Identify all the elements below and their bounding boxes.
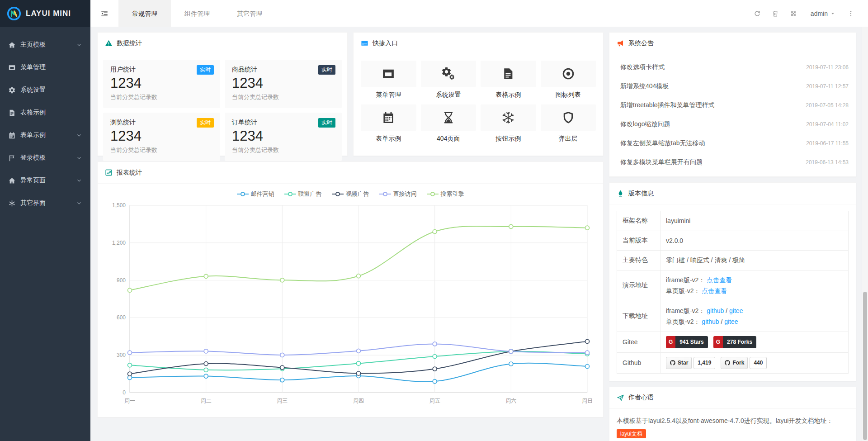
quick-entry-item[interactable]: 按钮示例	[481, 104, 536, 143]
version-row-label: Gitee	[617, 332, 660, 352]
sidebar-item[interactable]: 主页模板	[0, 33, 90, 56]
sidebar-item[interactable]: 其它界面	[0, 192, 90, 214]
status-badge: 实时	[197, 118, 214, 128]
calendar-icon	[8, 132, 16, 139]
chart-icon	[105, 169, 113, 176]
legend-item-联盟广告[interactable]: 联盟广告	[284, 190, 322, 198]
link-点击查看[interactable]: 点击查看	[707, 276, 732, 284]
version-row: 框架名称layuimini	[617, 211, 849, 231]
gitee-badge[interactable]: G941 Stars	[666, 336, 708, 348]
quick-entry-item[interactable]: 弹出层	[541, 104, 596, 143]
notice-text: 新增treetable插件和菜单管理样式	[617, 101, 714, 109]
tab-常规管理[interactable]: 常规管理	[118, 0, 171, 27]
octocat-icon	[670, 360, 676, 366]
quick-grid: 菜单管理系统设置表格示例图标列表表单示例404页面按钮示例弹出层	[354, 54, 603, 149]
notice-item: 新增系统404模板2019-07-11 12:57	[617, 77, 849, 96]
sidebar-item[interactable]: 表格示例	[0, 101, 90, 124]
legend-item-视频广告[interactable]: 视频广告	[332, 190, 369, 198]
tab-其它管理[interactable]: 其它管理	[223, 0, 276, 27]
sidebar-item[interactable]: 系统设置	[0, 79, 90, 101]
quick-panel-header: 快捷入口	[354, 33, 603, 54]
legend-item-直接访问[interactable]: 直接访问	[379, 190, 417, 198]
flag-icon	[8, 154, 16, 162]
stat-grid: 用户统计1234当前分类总记录数实时商品统计1234当前分类总记录数实时浏览统计…	[98, 54, 347, 166]
stat-card-caption: 当前分类总记录数	[232, 146, 335, 154]
stat-card: 订单统计1234当前分类总记录数实时	[225, 113, 342, 161]
quick-entry-label: 系统设置	[421, 91, 476, 99]
scrollbar-track[interactable]	[862, 27, 868, 441]
github-star-button[interactable]: Star1,419	[666, 357, 715, 369]
gitee-icon: G	[713, 336, 723, 348]
link-github[interactable]: github	[702, 318, 719, 325]
dot-circle-icon	[541, 61, 596, 87]
quick-panel-title: 快捷入口	[373, 39, 398, 47]
sidebar-item[interactable]: 登录模板	[0, 147, 90, 169]
version-row-value: Star1,419Fork440	[660, 352, 849, 373]
notice-text: 修复多模块菜单栏展开有问题	[617, 158, 703, 166]
stat-card: 浏览统计1234当前分类总记录数实时	[103, 113, 220, 161]
nav-tabs: 常规管理组件管理其它管理	[118, 0, 276, 27]
fullscreen-icon[interactable]	[784, 0, 802, 27]
notice-text: 修复左侧菜单缩放tab无法移动	[617, 139, 705, 147]
link-gitee[interactable]: gitee	[724, 318, 738, 325]
quick-entry-item[interactable]: 系统设置	[421, 61, 476, 99]
snowflake-icon	[481, 104, 536, 131]
sidebar-item[interactable]: 表单示例	[0, 124, 90, 147]
version-link-line: 单页版-v2： github / gitee	[666, 316, 843, 327]
chevron-down-icon	[76, 155, 82, 161]
sidebar-item-label: 系统设置	[20, 86, 82, 94]
quick-entry-item[interactable]: 图标列表	[541, 61, 596, 99]
quick-entry-item[interactable]: 404页面	[421, 104, 476, 143]
github-fork-button[interactable]: Fork440	[721, 357, 767, 369]
quick-entry-label: 按钮示例	[481, 135, 536, 143]
user-menu[interactable]: admin	[802, 0, 842, 27]
notice-panel: 系统公告 修改选项卡样式2019-07-11 23:06新增系统404模板201…	[609, 32, 856, 177]
legend-label: 邮件营销	[251, 190, 274, 198]
card-icon	[361, 39, 368, 47]
quick-entry-item[interactable]: 表单示例	[361, 104, 416, 143]
trash-icon[interactable]	[766, 0, 784, 27]
notice-item: 新增treetable插件和菜单管理样式2019-07-05 14:28	[617, 96, 849, 115]
window-icon	[361, 61, 416, 87]
menu-collapse-button[interactable]	[90, 0, 118, 27]
version-row: 当前版本v2.0.0	[617, 231, 849, 251]
layui-doc-badge[interactable]: layui文档	[617, 429, 646, 438]
quick-entry-item[interactable]: 菜单管理	[361, 61, 416, 99]
quick-entry-label: 图标列表	[541, 91, 596, 99]
gitee-badge[interactable]: G278 Forks	[713, 336, 756, 348]
author-panel-header: 作者心语	[609, 387, 856, 409]
main-area: 常规管理组件管理其它管理 admin 数据统计	[90, 0, 868, 441]
github-button-main: Fork	[721, 357, 748, 369]
stats-panel: 数据统计 用户统计1234当前分类总记录数实时商品统计1234当前分类总记录数实…	[97, 32, 348, 156]
notice-time: 2019-07-04 11:02	[802, 121, 849, 128]
github-button-label: Fork	[732, 358, 744, 368]
logo[interactable]: LAYUI MINI	[0, 0, 90, 27]
window-icon	[8, 64, 16, 71]
chevron-down-icon	[76, 177, 82, 184]
scrollbar-thumb[interactable]	[863, 292, 867, 440]
layui-logo-icon	[6, 6, 22, 21]
chart-legend: 邮件营销联盟广告视频广告直接访问搜索引擎	[98, 184, 603, 199]
link-点击查看[interactable]: 点击查看	[702, 287, 727, 294]
tab-组件管理[interactable]: 组件管理	[171, 0, 223, 27]
sidebar-item[interactable]: 菜单管理	[0, 56, 90, 79]
refresh-icon[interactable]	[748, 0, 766, 27]
gears-icon	[421, 61, 476, 87]
notice-time: 2019-07-11 12:57	[802, 83, 849, 90]
status-badge: 实时	[197, 65, 214, 75]
notice-text: 新增系统404模板	[617, 82, 669, 90]
quick-entry-item[interactable]: 表格示例	[481, 61, 536, 99]
quick-entry-label: 弹出层	[541, 135, 596, 143]
sidebar-item[interactable]: 异常页面	[0, 169, 90, 192]
more-icon[interactable]	[842, 0, 860, 27]
sidebar-item-label: 表格示例	[20, 109, 82, 117]
app-root: LAYUI MINI 主页模板菜单管理系统设置表格示例表单示例登录模板异常页面其…	[0, 0, 868, 441]
link-gitee[interactable]: gitee	[729, 307, 743, 314]
sidebar: LAYUI MINI 主页模板菜单管理系统设置表格示例表单示例登录模板异常页面其…	[0, 0, 90, 441]
author-paragraph: 本模板基于layui2.5.4以及font-awesome-4.7.0进行实现。…	[617, 414, 849, 440]
legend-item-搜索引擎[interactable]: 搜索引擎	[427, 190, 464, 198]
legend-label: 视频广告	[346, 190, 369, 198]
link-github[interactable]: github	[707, 307, 724, 314]
legend-item-邮件营销[interactable]: 邮件营销	[237, 190, 274, 198]
logo-text: LAYUI MINI	[26, 9, 71, 18]
